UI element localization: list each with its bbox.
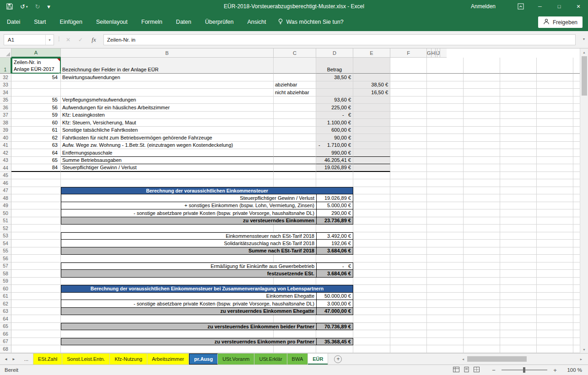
page-break-view-icon[interactable] xyxy=(474,367,480,373)
cell-B43[interactable]: Summe Betriebsausgaben xyxy=(61,157,274,165)
cell-C64[interactable] xyxy=(274,315,316,323)
cell-K63[interactable] xyxy=(573,308,580,316)
cell-A68[interactable] xyxy=(11,345,61,353)
page-layout-view-icon[interactable] xyxy=(464,367,469,373)
cell-B52[interactable] xyxy=(61,225,274,232)
cell-G53[interactable] xyxy=(427,232,464,240)
cell-F1[interactable] xyxy=(390,58,427,74)
cell-D33[interactable] xyxy=(316,81,353,89)
cell-G50[interactable] xyxy=(427,209,464,217)
row-header-65[interactable]: 65 xyxy=(0,323,11,331)
cell-G39[interactable] xyxy=(427,127,464,134)
cell-I48[interactable] xyxy=(500,194,537,202)
cell-F40[interactable] xyxy=(390,134,427,142)
confirm-icon[interactable]: ✓ xyxy=(75,34,86,45)
cell-H68[interactable] xyxy=(464,345,500,353)
row-header-61[interactable]: 61 xyxy=(0,293,11,300)
cell-J49[interactable] xyxy=(537,202,573,210)
cell-E61[interactable] xyxy=(353,293,390,300)
row-header-1[interactable]: 1 xyxy=(0,58,11,74)
cell-J68[interactable] xyxy=(537,345,573,353)
cell-K54[interactable] xyxy=(573,240,580,247)
cell-G62[interactable] xyxy=(427,300,464,308)
cell-D54[interactable]: 192,06 € xyxy=(316,240,353,247)
row-header-41[interactable]: 41 xyxy=(0,142,11,150)
cell-A37[interactable]: 59 xyxy=(11,112,61,119)
cell-D52[interactable] xyxy=(316,225,353,232)
normal-view-icon[interactable] xyxy=(453,367,459,373)
cell-K40[interactable] xyxy=(573,134,580,142)
column-header-C[interactable]: C xyxy=(274,48,316,58)
cell-G36[interactable] xyxy=(427,104,464,112)
sheet-tab-eür[interactable]: EÜR xyxy=(308,354,328,364)
cell-E48[interactable] xyxy=(353,194,390,202)
cell-I55[interactable] xyxy=(500,247,537,255)
column-header-E[interactable]: E xyxy=(353,48,390,58)
cell-E57[interactable] xyxy=(353,262,390,270)
sheet-tab-sonst-leist-entn[interactable]: Sonst.Leist.Entn. xyxy=(62,354,110,364)
row-header-45[interactable]: 45 xyxy=(0,172,11,180)
cell-A48[interactable] xyxy=(11,194,61,202)
cell-G44[interactable] xyxy=(427,164,464,172)
cell-B40[interactable]: Fahrtkosten für nicht zum Betriebsvermög… xyxy=(61,134,274,142)
cell-B63[interactable]: zu versteuerndes Einkommen Ehegatte xyxy=(61,308,316,316)
cell-J66[interactable] xyxy=(537,330,573,338)
cell-I42[interactable] xyxy=(500,149,537,157)
cell-G48[interactable] xyxy=(427,194,464,202)
zoom-slider[interactable] xyxy=(502,370,547,370)
cell-E35[interactable] xyxy=(353,96,390,104)
row-header-56[interactable]: 56 xyxy=(0,255,11,262)
cell-I34[interactable] xyxy=(500,89,537,96)
cell-A60[interactable] xyxy=(11,285,61,293)
cell-B36[interactable]: Aufwendungen für ein häusliches Arbeitsz… xyxy=(61,104,274,112)
cell-E64[interactable] xyxy=(353,315,390,323)
row-header-42[interactable]: 42 xyxy=(0,149,11,157)
row-header-52[interactable]: 52 xyxy=(0,225,11,232)
cell-C36[interactable] xyxy=(274,104,316,112)
zoom-slider-thumb[interactable] xyxy=(523,367,525,373)
insert-function-icon[interactable]: fx xyxy=(88,34,100,45)
save-icon[interactable] xyxy=(6,3,13,10)
cell-J55[interactable] xyxy=(537,247,573,255)
cell-G64[interactable] xyxy=(427,315,464,323)
cell-B45[interactable] xyxy=(61,172,274,180)
cell-F32[interactable] xyxy=(390,74,427,81)
cell-D41[interactable]: -1.710,00 € xyxy=(316,142,353,150)
cell-D63[interactable]: 47.000,00 € xyxy=(316,308,353,316)
row-header-48[interactable]: 48 xyxy=(0,194,11,202)
row-header-60[interactable]: 60 xyxy=(0,285,11,293)
cell-K56[interactable] xyxy=(573,255,580,262)
cell-E59[interactable] xyxy=(353,278,390,285)
cell-B65[interactable]: zu versteuerndes Einkommen beider Partne… xyxy=(61,323,316,331)
sign-in-link[interactable]: Anmelden xyxy=(471,3,496,10)
cell-B57[interactable]: Ermäßigung für Einkünfte aus Gewerbebetr… xyxy=(61,262,316,270)
cell-A41[interactable]: 63 xyxy=(11,142,61,150)
cell-D42[interactable]: 990,00 € xyxy=(316,149,353,157)
cell-C35[interactable] xyxy=(274,96,316,104)
cell-C41[interactable] xyxy=(274,142,316,150)
cell-A55[interactable] xyxy=(11,247,61,255)
cell-C46[interactable] xyxy=(274,179,316,187)
cell-E36[interactable] xyxy=(353,104,390,112)
cell-F47[interactable] xyxy=(390,187,427,195)
cell-K52[interactable] xyxy=(573,225,580,232)
close-button[interactable]: ✕ xyxy=(569,0,588,13)
cell-K47[interactable] xyxy=(573,187,580,195)
cell-F60[interactable] xyxy=(390,285,427,293)
cell-I57[interactable] xyxy=(500,262,537,270)
cell-F53[interactable] xyxy=(390,232,427,240)
cell-B39[interactable]: Sonstige tatsächliche Fahrtkosten xyxy=(61,127,274,134)
cell-E47[interactable] xyxy=(353,187,390,195)
cell-B42[interactable]: Entfernungspauschale xyxy=(61,149,274,157)
cell-G34[interactable] xyxy=(427,89,464,96)
redo-icon[interactable]: ↻ xyxy=(35,4,40,10)
ribbon-display-options-icon[interactable] xyxy=(511,0,530,13)
cell-E66[interactable] xyxy=(353,330,390,338)
cell-A43[interactable]: 65 xyxy=(11,157,61,165)
cell-G46[interactable] xyxy=(427,179,464,187)
row-header-51[interactable]: 51 xyxy=(0,217,11,225)
cell-B68[interactable] xyxy=(61,345,274,353)
scroll-down-icon[interactable]: ▼ xyxy=(580,346,588,353)
cell-D49[interactable]: 5.000,00 € xyxy=(316,202,353,210)
cell-H53[interactable] xyxy=(464,232,500,240)
